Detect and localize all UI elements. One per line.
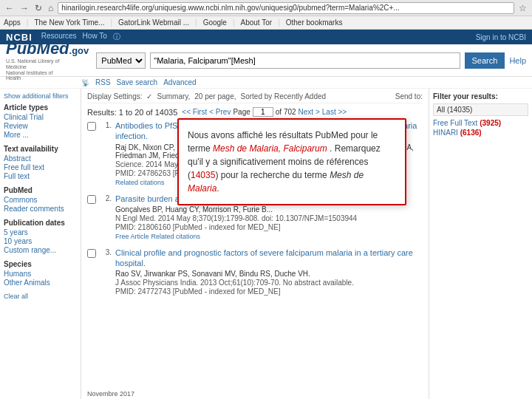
sidebar-10years[interactable]: 10 years [4,237,77,245]
article-3-checkbox[interactable] [87,249,96,258]
species-title: Species [4,260,77,268]
filter-all-option[interactable]: All (14035) [433,103,528,116]
search-button[interactable]: Search [465,52,505,69]
back-button[interactable]: ← [4,3,16,13]
pubmed-cats-section: PubMed Commons Reader comments [4,186,77,213]
article-2-pmid: PMID: 21806160 [PubMed - indexed for MED… [115,223,423,231]
sidebar-other-animals[interactable]: Other Animals [4,279,77,287]
article-3-title[interactable]: Clinical profile and prognostic factors … [115,248,423,269]
sidebar-custom-range[interactable]: Custom range... [4,246,77,254]
article-1-checkbox[interactable] [87,122,96,131]
filter-hinari[interactable]: HINARI (6136) [433,129,528,137]
sidebar-full-text[interactable]: Full text [4,172,77,180]
article-2-journal: N Engl Med. 2014 May 8;370(19):1799-808.… [115,214,423,222]
sidebar-5years[interactable]: 5 years [4,228,77,236]
clear-all-link[interactable]: Clear all [4,293,77,300]
sidebar-humans[interactable]: Humans [4,270,77,278]
article-3-authors: Rao SV, Jirwankar PS, Sonavani MV, Bindu… [115,270,423,278]
home-button[interactable]: ⌂ [47,3,55,13]
bookmarks-bar: Apps | The New York Time... | GatorLink … [0,16,532,30]
pub-dates-title: Publication dates [4,219,77,227]
article-2-checkbox[interactable] [87,195,96,204]
bookmark-gatorlink[interactable]: GatorLink Webmail ... [118,18,189,27]
article-2-related[interactable]: Related citations [151,233,201,240]
page-input[interactable] [253,107,273,117]
popup-text-4: . [216,183,219,194]
url-bar[interactable]: hinarilogin.research4life.org/uniquesig.… [58,2,514,14]
article-types-section: Article types Clinical Trial Review More… [4,103,77,139]
footer-note: Novembre 2017 [87,390,134,398]
filter-free-full-label: Free Full Text [433,119,480,127]
pubmed-header: PubMed.gov U.S. National Library of Medi… [0,44,532,77]
text-avail-title: Text availability [4,145,77,153]
browser-bar: ← → ↻ ⌂ hinarilogin.research4life.org/un… [0,0,532,16]
help-icon: ⓘ [113,32,120,42]
article-1-related[interactable]: Related citations [115,179,165,186]
sidebar-free-full-text[interactable]: Free full text [4,163,77,171]
filter-free-full-count: (3925) [480,119,501,127]
pubmed-subtitle: U.S. National Library of Medicine Nation… [6,58,65,81]
bookmark-other[interactable]: Other bookmarks [286,18,343,27]
next-page[interactable]: Next > [299,108,320,116]
article-types-title: Article types [4,103,77,112]
sidebar-reader-comments[interactable]: Reader comments [4,205,77,213]
results-count: Results: 1 to 20 of 14035 [87,108,177,117]
sidebar: Show additional filters Article types Cl… [0,89,81,399]
summary-label: Summary, [157,92,190,100]
article-2-num: 2. [100,194,112,240]
last-page[interactable]: Last >> [322,108,347,116]
article-3-journal: J Assoc Physicians India. 2013 Oct;61(10… [115,279,423,287]
sidebar-abstract[interactable]: Abstract [4,154,77,163]
main-search-input[interactable] [150,52,460,69]
sidebar-more-types[interactable]: More ... [4,131,77,139]
per-page-label: 20 per page, [194,92,236,100]
sidebar-review[interactable]: Review [4,122,77,130]
bookmark-google[interactable]: Google [203,18,227,27]
bookmark-apps[interactable]: Apps [4,18,21,27]
results-area: Display Settings: ✓ Summary, 20 per page… [81,89,429,399]
main-content: Show additional filters Article types Cl… [0,89,532,399]
filter-panel: Filter your results: All (14035) Free Fu… [429,89,532,399]
rss-link[interactable]: RSS [95,78,111,86]
popup-count: 14035 [191,170,215,180]
popup-mesh-term2: Mesh de [330,170,364,180]
article-1-num: 1. [100,120,112,186]
filter-title: Filter your results: [433,92,528,100]
bookmark-tor[interactable]: About Tor [241,18,273,27]
prev-page[interactable]: < Prev [209,108,231,116]
sign-in-link[interactable]: Sign in to NCBI [476,33,526,41]
star-icon[interactable]: ☆ [517,3,528,13]
sidebar-clinical-trial[interactable]: Clinical Trial [4,113,77,121]
rss-icon: 📡 [81,79,89,86]
show-filters-link[interactable]: Show additional filters [4,92,77,100]
check-icon: ✓ [146,92,152,100]
refresh-button[interactable]: ↻ [33,3,44,13]
help-link[interactable]: Help [509,56,526,65]
display-settings-label: Display Settings: [87,92,142,100]
of-pages: of 702 [276,108,296,116]
database-select[interactable]: PubMed [96,52,146,69]
first-page[interactable]: << First [182,108,207,116]
bookmark-nyt[interactable]: The New York Time... [34,18,104,27]
popup-text-3: ) pour la recherche du terme [215,170,330,180]
article-3-body: Clinical profile and prognostic factors … [115,248,423,296]
results-summary: Results: 1 to 20 of 14035 << First < Pre… [87,107,423,117]
article-2-free: Free Article [115,233,149,240]
pubmed-med: Med [37,39,69,58]
forward-button[interactable]: → [18,3,30,13]
article-3-pmid: PMID: 24772743 [PubMed - indexed for MED… [115,287,423,296]
article-3-num: 3. [100,248,112,296]
popup-malaria-link[interactable]: Malaria [188,183,216,194]
pub-dates-section: Publication dates 5 years 10 years Custo… [4,219,77,254]
save-search-link[interactable]: Save search [117,78,158,86]
advanced-link[interactable]: Advanced [163,78,196,86]
species-section: Species Humans Other Animals [4,260,77,287]
pubmed-logo: Pub [6,39,37,58]
sorted-by-label: Sorted by Recently Added [240,92,326,100]
popup-mesh-term: Mesh de Malaria, Falciparum [213,143,327,154]
popup-overlay: Nous avons affiché les résultats PubMed … [177,118,406,205]
send-to-label: Send to: [395,92,423,100]
sidebar-commons[interactable]: Commons [4,196,77,204]
article-item-3: 3. Clinical profile and prognostic facto… [87,248,423,296]
filter-free-full[interactable]: Free Full Text (3925) [433,119,528,127]
